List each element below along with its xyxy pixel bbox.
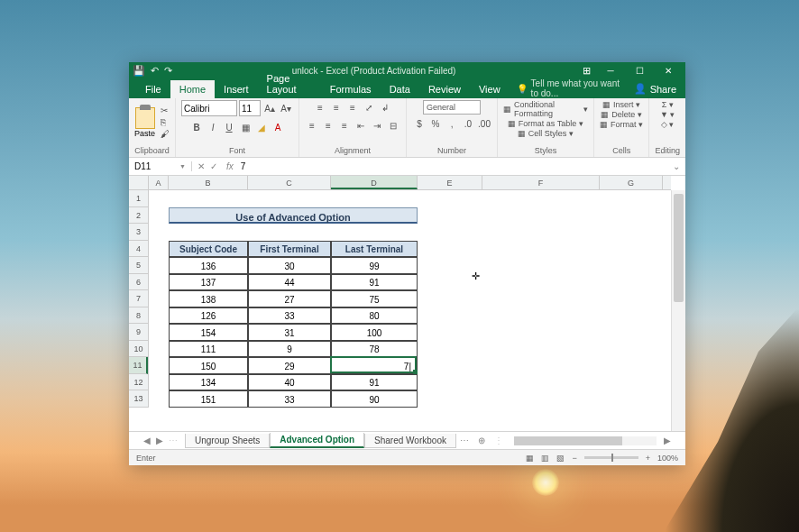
- row-header-4[interactable]: 4: [129, 241, 148, 258]
- share-button[interactable]: 👤 Share: [625, 79, 685, 98]
- col-header-G[interactable]: G: [600, 176, 663, 189]
- col-header-A[interactable]: A: [149, 176, 169, 189]
- align-top-icon[interactable]: ≡: [313, 100, 327, 115]
- formula-bar[interactable]: 7: [237, 161, 667, 171]
- fill-color-button[interactable]: ◢: [254, 120, 269, 134]
- decrease-decimal-icon[interactable]: .00: [477, 116, 491, 131]
- expand-formula-icon[interactable]: ⌄: [667, 161, 685, 171]
- col-header-C[interactable]: C: [248, 176, 331, 189]
- indent-dec-icon[interactable]: ⇤: [354, 118, 368, 133]
- table-cell[interactable]: 33: [248, 307, 331, 325]
- table-cell[interactable]: 78: [331, 341, 418, 358]
- undo-icon[interactable]: ↶: [151, 65, 159, 77]
- row-header-5[interactable]: 5: [129, 257, 148, 274]
- minimize-button[interactable]: ─: [597, 63, 624, 78]
- table-cell[interactable]: 33: [248, 390, 331, 408]
- table-cell[interactable]: 138: [169, 290, 248, 307]
- select-all-corner[interactable]: [129, 176, 149, 190]
- zoom-level[interactable]: 100%: [657, 454, 678, 463]
- sheet-nav-prev-icon[interactable]: ◀: [143, 436, 151, 445]
- table-cell[interactable]: 91: [331, 374, 418, 391]
- align-right-icon[interactable]: ≡: [337, 118, 352, 133]
- table-cell[interactable]: 75: [331, 290, 418, 307]
- row-header-6[interactable]: 6: [129, 274, 148, 291]
- wrap-text-icon[interactable]: ↲: [378, 100, 392, 115]
- delete-cells-button[interactable]: ▦ Delete ▾: [601, 110, 642, 119]
- cut-icon[interactable]: ✂: [161, 105, 170, 115]
- save-icon[interactable]: 💾: [133, 65, 145, 77]
- fx-icon[interactable]: fx: [223, 161, 237, 171]
- align-center-icon[interactable]: ≡: [321, 118, 335, 133]
- table-cell[interactable]: 151: [169, 390, 248, 408]
- row-header-8[interactable]: 8: [129, 307, 148, 325]
- worksheet-grid[interactable]: Use of Advanced OptionSubject CodeFirst …: [149, 190, 671, 431]
- table-cell[interactable]: 9: [248, 341, 331, 358]
- clear-button[interactable]: ◇ ▾: [661, 120, 675, 129]
- tab-view[interactable]: View: [470, 80, 510, 98]
- indent-inc-icon[interactable]: ⇥: [370, 118, 384, 133]
- view-page-icon[interactable]: ▥: [541, 454, 549, 463]
- border-button[interactable]: ▦: [238, 120, 253, 134]
- tab-review[interactable]: Review: [419, 80, 470, 98]
- fill-button[interactable]: ▼ ▾: [660, 110, 675, 119]
- vertical-scrollbar[interactable]: [671, 190, 685, 431]
- tab-file[interactable]: File: [136, 80, 170, 98]
- tab-page-layout[interactable]: Page Layout: [258, 69, 321, 98]
- row-header-2[interactable]: 2: [129, 207, 148, 225]
- format-painter-icon[interactable]: 🖌: [161, 129, 170, 139]
- add-sheet-button[interactable]: ⊕: [473, 436, 491, 445]
- table-cell[interactable]: 134: [169, 374, 248, 391]
- paste-button[interactable]: Paste: [134, 107, 155, 138]
- merge-icon[interactable]: ⊟: [386, 118, 400, 133]
- row-header-11[interactable]: 11: [129, 357, 148, 374]
- view-normal-icon[interactable]: ▦: [526, 454, 534, 463]
- sheet-tab-ungroup[interactable]: Ungroup Sheets: [185, 434, 270, 448]
- col-header-E[interactable]: E: [418, 176, 482, 189]
- zoom-in-icon[interactable]: +: [646, 454, 650, 463]
- col-header-D[interactable]: D: [331, 176, 418, 189]
- copy-icon[interactable]: ⎘: [161, 117, 170, 127]
- maximize-button[interactable]: ☐: [626, 63, 653, 78]
- table-cell[interactable]: 91: [331, 274, 418, 291]
- font-size-select[interactable]: [239, 100, 261, 116]
- table-cell[interactable]: 29: [248, 357, 331, 374]
- table-cell[interactable]: 90: [331, 390, 418, 408]
- number-format-select[interactable]: General: [423, 100, 481, 115]
- row-header-9[interactable]: 9: [129, 324, 148, 341]
- sheet-nav-next-icon[interactable]: ▶: [156, 436, 163, 445]
- italic-button[interactable]: I: [206, 120, 220, 134]
- conditional-formatting-button[interactable]: ▦ Conditional Formatting ▾: [503, 100, 588, 118]
- tab-home[interactable]: Home: [170, 80, 215, 98]
- table-cell[interactable]: 150: [169, 357, 248, 374]
- table-cell[interactable]: 99: [331, 257, 418, 274]
- increase-font-icon[interactable]: A▴: [262, 101, 277, 115]
- zoom-slider[interactable]: [584, 456, 638, 459]
- view-break-icon[interactable]: ▧: [556, 454, 565, 463]
- table-cell[interactable]: 137: [169, 274, 248, 291]
- table-cell[interactable]: 30: [248, 257, 331, 274]
- table-cell[interactable]: 154: [169, 324, 248, 341]
- col-header-F[interactable]: F: [482, 176, 600, 189]
- row-header-1[interactable]: 1: [129, 190, 148, 207]
- currency-icon[interactable]: $: [412, 116, 427, 131]
- percent-icon[interactable]: %: [428, 116, 443, 131]
- increase-decimal-icon[interactable]: .0: [461, 116, 475, 131]
- cell-styles-button[interactable]: ▦ Cell Styles ▾: [518, 129, 574, 138]
- table-cell[interactable]: 27: [248, 290, 331, 307]
- col-header-B[interactable]: B: [169, 176, 248, 189]
- align-bottom-icon[interactable]: ≡: [345, 100, 360, 115]
- close-button[interactable]: ✕: [655, 63, 682, 78]
- format-cells-button[interactable]: ▦ Format ▾: [600, 120, 644, 129]
- table-cell[interactable]: 7|: [331, 357, 418, 374]
- insert-cells-button[interactable]: ▦ Insert ▾: [602, 100, 641, 109]
- table-cell[interactable]: 111: [169, 341, 248, 358]
- cancel-formula-icon[interactable]: ✕: [197, 161, 205, 171]
- format-as-table-button[interactable]: ▦ Format as Table ▾: [508, 119, 583, 128]
- row-header-10[interactable]: 10: [129, 341, 148, 358]
- table-cell[interactable]: 136: [169, 257, 248, 274]
- enter-formula-icon[interactable]: ✓: [210, 161, 217, 171]
- redo-icon[interactable]: ↷: [164, 65, 172, 77]
- name-box[interactable]: D11▼: [129, 161, 192, 171]
- orientation-icon[interactable]: ⤢: [362, 100, 376, 115]
- table-cell[interactable]: 80: [331, 307, 418, 325]
